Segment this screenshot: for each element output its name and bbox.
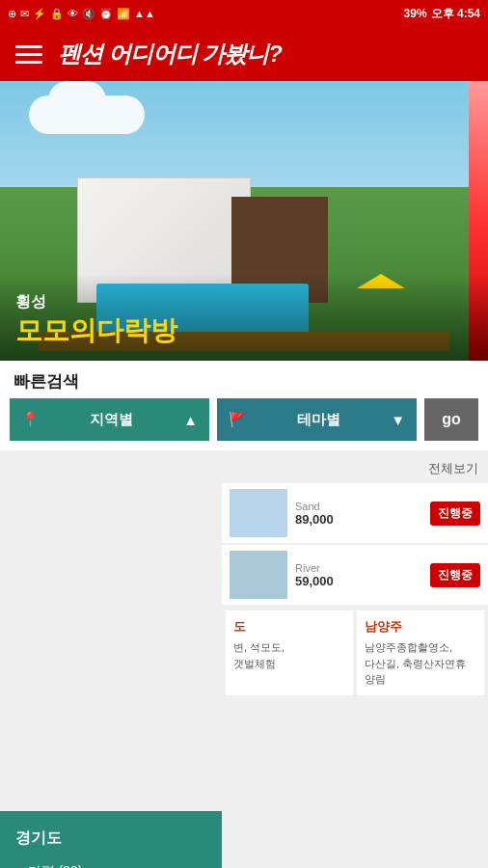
- time-text: 오후 4:54: [431, 6, 480, 22]
- add-icon: ⊕: [8, 8, 16, 20]
- alarm-icon: ⏰: [99, 8, 113, 20]
- search-filter-bar: 📍 지역별 ▲ 🚩 테마별 ▼ go: [0, 398, 488, 450]
- card2-body: 남양주종합촬영소,다산길, 축령산자연휴양림: [365, 639, 476, 688]
- card1-body: 변, 석모도,갯벌체험: [233, 639, 345, 671]
- hero-text-overlay: 횡성 모모의다락방: [0, 273, 488, 361]
- network-icon: ▲▲: [134, 8, 155, 19]
- status-icons-left: ⊕ ✉ ⚡ 🔒 👁 🔇 ⏰ 📶 ▲▲: [8, 8, 155, 20]
- no-sound-icon: 🔇: [82, 8, 95, 20]
- listing-item-2: River 59,000 진행중: [222, 545, 488, 605]
- listing-thumb-2: [230, 551, 287, 599]
- chevron-up-icon: ▲: [183, 412, 198, 428]
- eye-icon: 👁: [68, 8, 78, 19]
- flag-icon: 🚩: [229, 411, 247, 428]
- card2-title: 남양주: [365, 618, 476, 636]
- listing-badge-1: 진행중: [430, 502, 480, 526]
- main-content: 경기도 - 가평 (39) - 강화도 (33) - 남양주 (2) - 대부도…: [0, 450, 488, 836]
- theme-filter-button[interactable]: 🚩 테마별 ▼: [217, 398, 417, 441]
- bottom-card-2[interactable]: 남양주 남양주종합촬영소,다산길, 축령산자연휴양림: [357, 610, 484, 695]
- listing-price-1: 89,000: [295, 512, 422, 527]
- location-filter-button[interactable]: 📍 지역별 ▲: [10, 398, 209, 441]
- listing-tag-1: Sand: [295, 501, 422, 512]
- hero-banner: 횡성 모모의다락방: [0, 81, 488, 361]
- hamburger-line3: [15, 61, 42, 64]
- listing-info-2: River 59,000: [295, 562, 422, 588]
- hero-location: 횡성: [15, 292, 473, 312]
- bottom-cards: 도 변, 석모도,갯벌체험 남양주 남양주종합촬영소,다산길, 축령산자연휴양림: [222, 607, 488, 699]
- listing-info-1: Sand 89,000: [295, 501, 422, 527]
- listings-panel: 전체보기 Sand 89,000 진행중 River 59,000 진행중 도 …: [222, 450, 488, 836]
- lock-icon: 🔒: [50, 8, 64, 20]
- app-title: 펜션 어디어디 가봤니?: [58, 39, 282, 69]
- view-all-link[interactable]: 전체보기: [222, 454, 488, 483]
- location-filter-label: 지역별: [90, 411, 133, 429]
- listing-tag-2: River: [295, 562, 422, 574]
- listing-thumb-1: [230, 489, 287, 537]
- header: 펜션 어디어디 가봤니?: [0, 27, 488, 81]
- go-button[interactable]: go: [424, 398, 478, 441]
- hamburger-line1: [15, 45, 42, 48]
- status-bar: ⊕ ✉ ⚡ 🔒 👁 🔇 ⏰ 📶 ▲▲ 39% 오후 4:54: [0, 0, 488, 27]
- card1-title: 도: [233, 618, 345, 636]
- menu-button[interactable]: [15, 45, 42, 64]
- battery-text: 39%: [404, 7, 427, 20]
- theme-filter-label: 테마별: [297, 411, 340, 429]
- dropdown-item-gapyeong[interactable]: - 가평 (39): [0, 856, 222, 868]
- quick-search-title: 빠른검색: [14, 372, 79, 391]
- wifi-icon: 📶: [117, 8, 130, 20]
- location-pin-icon: 📍: [21, 411, 40, 428]
- email-icon: ✉: [20, 8, 29, 20]
- hero-pension-name: 모모의다락방: [15, 312, 473, 349]
- status-right: 39% 오후 4:54: [404, 6, 480, 22]
- chevron-down-icon: ▼: [391, 412, 405, 428]
- location-dropdown: 경기도 - 가평 (39) - 강화도 (33) - 남양주 (2) - 대부도…: [0, 811, 222, 868]
- listing-badge-2: 진행중: [430, 563, 480, 587]
- quick-search-section: 빠른검색: [0, 361, 488, 398]
- hero-clouds: [29, 95, 145, 134]
- listing-item-1: Sand 89,000 진행중: [222, 483, 488, 543]
- dropdown-region-title: 경기도: [0, 821, 222, 856]
- hamburger-line2: [15, 53, 42, 56]
- listing-price-2: 59,000: [295, 574, 422, 588]
- bottom-card-1[interactable]: 도 변, 석모도,갯벌체험: [226, 610, 353, 695]
- usb-icon: ⚡: [33, 8, 46, 20]
